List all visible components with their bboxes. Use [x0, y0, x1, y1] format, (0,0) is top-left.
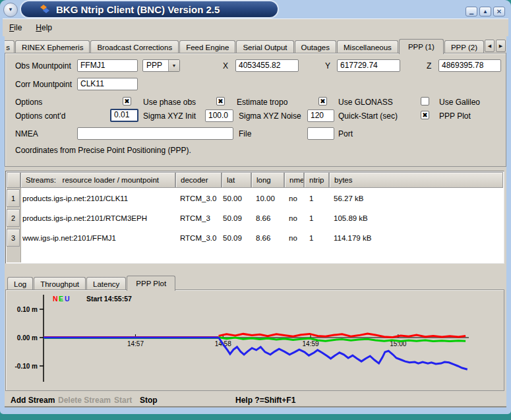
use-phase-obs-checkbox[interactable]: ✖ [123, 97, 131, 105]
row-1-header[interactable]: 1 [7, 189, 20, 207]
ppp-plot-checkbox[interactable]: ✖ [421, 111, 429, 119]
cell-lat: 50.09 [223, 208, 242, 228]
menubar: File Help [3, 18, 508, 36]
corr-mountpoint-label: Corr Mountpoint [15, 80, 72, 89]
header-long[interactable]: long [251, 172, 284, 188]
table-row[interactable]: products.igs-ip.net:2101/RTCM3EPH RTCM_3… [20, 208, 503, 228]
nmea-port-field[interactable] [307, 127, 334, 140]
header-nmea[interactable]: nmea [284, 172, 304, 188]
ppp-mode-select[interactable]: PPP ▼ [142, 59, 180, 72]
row-2-header[interactable]: 2 [7, 209, 20, 227]
cell-decoder: RTCM_3.0 [180, 228, 216, 248]
use-glonass-checkbox[interactable]: ✖ [318, 97, 327, 105]
tab-ppp-2[interactable]: PPP (2) [444, 40, 484, 53]
header-bytes[interactable]: bytes [329, 172, 503, 188]
row-3-header[interactable]: 3 [7, 229, 20, 247]
menu-help[interactable]: Help [36, 23, 52, 32]
cell-long: 8.66 [256, 208, 270, 228]
nmea-file-field[interactable] [77, 127, 233, 140]
tab-rinex-observations-partial[interactable]: s [5, 40, 15, 53]
tab-ppp-plot[interactable]: PPP Plot [127, 276, 175, 291]
tab-broadcast-corrections[interactable]: Broadcast Corrections [90, 40, 179, 53]
sigma-xyz-init-label: Sigma XYZ Init [143, 111, 196, 121]
svg-text:U: U [65, 295, 70, 303]
tab-ppp-1[interactable]: PPP (1) [399, 39, 444, 54]
sigma-xyz-init-field[interactable]: 0.01 [110, 109, 138, 122]
app-window: ▼ BKG Ntrip Client (BNC) Version 2.5 ▁ ▲… [0, 0, 511, 414]
tab-scroll-right-button[interactable]: ▶ [496, 40, 506, 52]
x-coordinate-field[interactable]: 4053455.82 [235, 59, 299, 72]
header-decoder[interactable]: decoder [175, 172, 222, 188]
log-tabbar: Log Throughput Latency PPP Plot [7, 276, 176, 290]
ppp-caption: Coordinates from Precise Point Positioni… [15, 146, 191, 155]
port-label: Port [338, 129, 353, 138]
maximize-button[interactable]: ▲ [479, 7, 491, 16]
svg-text:-0.10 m: -0.10 m [15, 363, 38, 370]
obs-mountpoint-field[interactable]: FFMJ1 [77, 59, 138, 72]
z-label: Z [427, 61, 431, 71]
cell-decoder: RTCM_3.0 [180, 189, 216, 208]
title-capsule[interactable]: BKG Ntrip Client (BNC) Version 2.5 [20, 0, 279, 18]
close-icon: ✕ [496, 9, 502, 15]
cell-long: 8.66 [256, 228, 270, 248]
tab-latency[interactable]: Latency [86, 277, 126, 290]
cell-ntrip: 1 [309, 208, 313, 228]
ppp-plot-label: PPP Plot [439, 111, 471, 121]
tab-serial-output[interactable]: Serial Output [236, 40, 293, 53]
header-ntrip[interactable]: ntrip [304, 172, 329, 188]
ppp-plot-panel: 0.10 m0.00 m-0.10 m14:5714:5814:5915:00N… [5, 289, 504, 391]
tab-throughput[interactable]: Throughput [34, 277, 86, 290]
cell-nmea: no [289, 208, 297, 228]
tab-rinex-ephemeris[interactable]: RINEX Ephemeris [15, 40, 90, 53]
y-coordinate-field[interactable]: 617729.74 [337, 59, 400, 72]
window-menu-button[interactable]: ▼ [3, 3, 18, 17]
cell-lat: 50.09 [223, 228, 242, 248]
header-mountpoint[interactable]: Streams: resource loader / mountpoint [20, 172, 175, 188]
svg-text:0.10 m: 0.10 m [17, 306, 38, 313]
cell-mountpoint: www.igs-ip.net:2101/FFMJ1 [22, 228, 116, 248]
svg-text:14:57: 14:57 [127, 340, 144, 347]
start-button[interactable]: Start [114, 396, 132, 405]
corr-mountpoint-field[interactable]: CLK11 [77, 78, 138, 90]
tab-outages[interactable]: Outages [295, 40, 336, 53]
cell-lat: 50.00 [223, 189, 242, 208]
sigma-xyz-noise-field[interactable]: 100.0 [205, 109, 233, 122]
add-stream-button[interactable]: Add Stream [11, 396, 55, 405]
tab-feed-engine[interactable]: Feed Engine [179, 40, 235, 53]
svg-text:0.00 m: 0.00 m [17, 334, 38, 342]
bnc-app-icon [40, 4, 50, 15]
cell-nmea: no [289, 228, 297, 248]
table-row[interactable]: www.igs-ip.net:2101/FFMJ1 RTCM_3.0 50.09… [20, 228, 503, 248]
obs-mountpoint-label: Obs Mountpoint [15, 61, 71, 71]
table-row[interactable]: products.igs-ip.net:2101/CLK11 RTCM_3.0 … [20, 189, 503, 208]
z-coordinate-field[interactable]: 4869395.78 [438, 59, 501, 72]
options-contd-label: Options cont'd [15, 111, 65, 121]
tab-log[interactable]: Log [7, 277, 33, 290]
minimize-button[interactable]: ▁ [466, 7, 477, 16]
delete-stream-button[interactable]: Delete Stream [58, 396, 111, 405]
use-glonass-label: Use GLONASS [338, 98, 393, 107]
help-shortcut-label: Help ?=Shift+F1 [235, 396, 295, 405]
close-button[interactable]: ✕ [493, 7, 505, 16]
use-galileo-checkbox[interactable] [421, 97, 429, 105]
streams-table: Streams: resource loader / mountpoint de… [5, 171, 504, 264]
x-label: X [223, 61, 228, 71]
nmea-label: NMEA [15, 129, 38, 138]
tab-miscellaneous[interactable]: Miscellaneous [337, 40, 398, 53]
tab-scroll-left-button[interactable]: ◀ [485, 40, 495, 52]
cell-mountpoint: products.igs-ip.net:2101/CLK11 [22, 189, 128, 208]
options-label: Options [15, 98, 42, 107]
estimate-tropo-checkbox[interactable]: ✖ [216, 97, 225, 105]
stop-button[interactable]: Stop [140, 396, 158, 405]
minimize-icon: ▁ [469, 9, 473, 15]
ppp1-panel: Obs Mountpoint FFMJ1 PPP ▼ X 4053455.82 … [5, 53, 506, 167]
file-label: File [239, 129, 251, 138]
cell-bytes: 56.27 kB [334, 189, 363, 208]
ppp-mode-value: PPP [143, 60, 168, 71]
streams-table-header: Streams: resource loader / mountpoint de… [7, 172, 503, 188]
quick-start-field[interactable]: 120 [307, 109, 334, 122]
header-lat[interactable]: lat [222, 172, 251, 188]
menu-file[interactable]: File [9, 23, 22, 32]
main-content: s RINEX Ephemeris Broadcast Corrections … [5, 36, 506, 407]
cell-mountpoint: products.igs-ip.net:2101/RTCM3EPH [22, 208, 147, 228]
